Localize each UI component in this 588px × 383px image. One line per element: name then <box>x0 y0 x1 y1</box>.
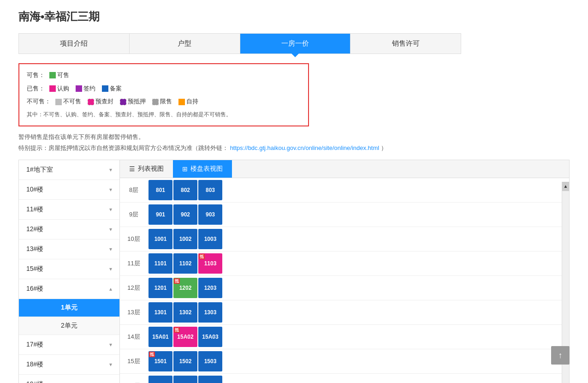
unit-cell[interactable]: 1101 <box>148 253 172 274</box>
tab-permit[interactable]: 销售许可 <box>350 34 461 54</box>
sidebar-item-label: 1#地下室 <box>26 166 53 174</box>
unavail-text-1: 预查封 <box>95 96 113 108</box>
unit-cell[interactable]: 1003 <box>198 229 222 249</box>
unit-cell[interactable]: 抵1501 <box>148 351 172 371</box>
units-container: 901902903 <box>148 203 223 227</box>
unit-cell[interactable]: 903 <box>198 204 222 225</box>
available-label: 可售： <box>27 70 45 81</box>
floor-row: 16层160116021603 <box>120 374 569 383</box>
main-content: 1#地下室 ▾ 10#楼 ▾ 11#楼 ▾ 12#楼 ▾ 13#楼 ▾ 15#楼… <box>18 160 570 383</box>
sidebar-item-b11[interactable]: 11#楼 ▾ <box>19 200 119 220</box>
unit-id: 901 <box>156 211 165 218</box>
floor-label: 14层 <box>120 331 148 343</box>
tab-price[interactable]: 一房一价 <box>240 34 351 54</box>
unit-cell[interactable]: 抵1202 <box>173 278 197 298</box>
sidebar-item-b12[interactable]: 12#楼 ▾ <box>19 220 119 239</box>
unit-cell[interactable]: 抵15A02 <box>173 327 197 347</box>
unit-cell[interactable]: 1603 <box>198 376 222 383</box>
chevron-down-icon: ▾ <box>109 167 112 173</box>
unit-cell[interactable]: 1303 <box>198 302 222 323</box>
unit-cell[interactable]: 15A01 <box>148 327 172 347</box>
tip-text: 特别提示：房屋抵押情况以市自然资源和规划局官方公布情况为准（跳转外链： http… <box>18 144 570 152</box>
sold-text-0: 认购 <box>57 83 69 95</box>
unit-id: 1302 <box>179 309 192 316</box>
unit-id: 15A02 <box>177 334 193 340</box>
back-to-top-button[interactable]: ↑ <box>551 346 570 365</box>
chevron-down-icon: ▾ <box>109 361 112 368</box>
legend-box: 可售： 可售 已售： 认购 签约 备案 不可售： <box>18 63 309 126</box>
unit-cell[interactable]: 1102 <box>173 253 197 274</box>
unit-cell[interactable]: 1203 <box>198 278 222 298</box>
units-container: 130113021303 <box>148 300 223 324</box>
sidebar-item-b13[interactable]: 13#楼 ▾ <box>19 239 119 259</box>
tab-intro[interactable]: 项目介绍 <box>19 34 130 54</box>
scroll-up-button[interactable]: ▲ <box>562 182 569 191</box>
chevron-down-icon: ▾ <box>109 226 112 233</box>
unit-id: 1102 <box>179 260 192 267</box>
sidebar-item-label: 19#楼 <box>26 380 43 383</box>
grid-view-button[interactable]: ⊞ 楼盘表视图 <box>173 160 232 178</box>
units-container: 1201抵12021203 <box>148 276 223 300</box>
unit-cell[interactable]: 1002 <box>173 229 197 249</box>
grid-content: 8层8018028039层90190290310层10011002100311层… <box>120 178 569 383</box>
sidebar-subitem-u2[interactable]: 2单元 <box>19 317 119 335</box>
unit-cell[interactable]: 1201 <box>148 278 172 298</box>
sidebar-item-b17[interactable]: 17#楼 ▾ <box>19 335 119 355</box>
sold-color-1 <box>76 85 82 92</box>
tip-link[interactable]: https://bdc.gtj.haikou.gov.cn/online/sit… <box>230 144 380 151</box>
floor-row: 11层11011102抵1103 <box>120 251 569 276</box>
sidebar-item-label: 12#楼 <box>26 225 43 233</box>
unit-id: 1503 <box>204 358 217 365</box>
page-title: 南海•幸福汇三期 <box>18 9 570 24</box>
chevron-down-icon: ▾ <box>109 206 112 213</box>
unavail-text-2: 预抵押 <box>128 96 146 108</box>
floor-label: 8层 <box>120 184 148 196</box>
sidebar-item-b15[interactable]: 15#楼 ▾ <box>19 259 119 279</box>
unit-id: 1103 <box>204 260 217 267</box>
unit-cell[interactable]: 803 <box>198 180 222 200</box>
unit-cell[interactable]: 1302 <box>173 302 197 323</box>
tab-layout[interactable]: 户型 <box>130 34 240 54</box>
unit-cell[interactable]: 901 <box>148 204 172 225</box>
sidebar-item-b19[interactable]: 19#楼 ▾ <box>19 375 119 383</box>
unit-cell[interactable]: 902 <box>173 204 197 225</box>
unit-cell[interactable]: 抵1103 <box>198 253 222 274</box>
sidebar-item-b18[interactable]: 18#楼 ▾ <box>19 355 119 375</box>
unit-id: 803 <box>206 187 215 193</box>
sidebar-item-b1[interactable]: 1#地下室 ▾ <box>19 160 119 180</box>
sold-text-2: 备案 <box>110 83 122 95</box>
units-container: 100110021003 <box>148 227 223 251</box>
available-text-0: 可售 <box>57 70 69 81</box>
sidebar-item-b16[interactable]: 16#楼 ▴ <box>19 279 119 299</box>
list-view-button[interactable]: ☰ 列表视图 <box>120 160 173 178</box>
unit-cell[interactable]: 1001 <box>148 229 172 249</box>
unit-tag: 抵 <box>174 278 180 284</box>
pause-notice: 暂停销售是指在该单元下所有房屋都暂停销售。 <box>18 133 570 141</box>
tip-prefix: 特别提示：房屋抵押情况以市自然资源和规划局官方公布情况为准（跳转外链： <box>18 144 228 151</box>
floor-label: 13层 <box>120 306 148 318</box>
unit-cell[interactable]: 802 <box>173 180 197 200</box>
unit-cell[interactable]: 1601 <box>148 376 172 383</box>
sidebar-item-b10[interactable]: 10#楼 ▾ <box>19 180 119 200</box>
sold-item-1: 签约 <box>76 83 95 95</box>
unit-cell[interactable]: 15A03 <box>198 327 222 347</box>
unit-cell[interactable]: 1503 <box>198 351 222 371</box>
unit-id: 903 <box>206 211 215 218</box>
sidebar-item-label: 18#楼 <box>26 360 43 369</box>
chevron-down-icon: ▾ <box>109 381 112 383</box>
sidebar-item-label: 15#楼 <box>26 265 43 273</box>
unit-cell[interactable]: 1301 <box>148 302 172 323</box>
unit-id: 1201 <box>154 285 167 291</box>
sold-text-1: 签约 <box>83 83 95 95</box>
sidebar-item-label: 13#楼 <box>26 245 43 253</box>
unit-cell[interactable]: 1502 <box>173 351 197 371</box>
unit-id: 1203 <box>204 285 217 291</box>
floor-label: 11层 <box>120 257 148 269</box>
unit-cell[interactable]: 801 <box>148 180 172 200</box>
sidebar-subitem-u1[interactable]: 1单元 <box>19 299 119 317</box>
unavail-color-3 <box>152 99 159 105</box>
unavail-text-3: 限售 <box>160 96 172 108</box>
unit-cell[interactable]: 1602 <box>173 376 197 383</box>
chevron-down-icon: ▾ <box>109 341 112 348</box>
floor-label: 15层 <box>120 355 148 367</box>
